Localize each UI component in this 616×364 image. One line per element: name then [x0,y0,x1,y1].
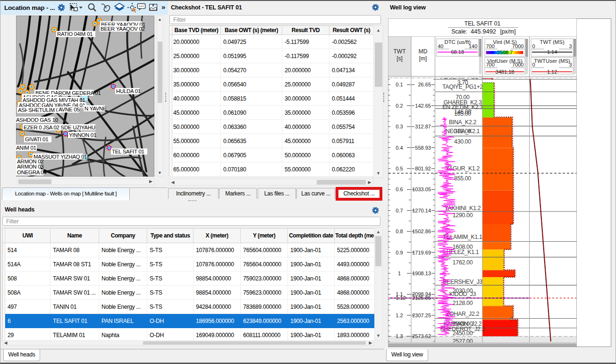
svg-text:3508.7: 3508.7 [497,50,513,55]
svg-text:1290.00: 1290.00 [453,212,473,219]
svg-text:26.65: 26.65 [418,82,431,87]
svg-text:1.14: 1.14 [547,49,557,55]
svg-text:3481.18: 3481.18 [496,69,515,75]
svg-text:700: 700 [486,62,495,68]
svg-text:2450.00: 2450.00 [453,330,473,337]
svg-text:Scale:: Scale: [451,28,467,35]
svg-text:1.12: 1.12 [547,69,557,75]
svg-text:1.2: 1.2 [396,313,403,318]
svg-text:YINNON 01: YINNON 01 [69,132,96,138]
svg-text:1.12: 1.12 [396,295,405,301]
svg-text:1502.86: 1502.86 [412,229,431,234]
svg-text:0: 0 [532,43,535,49]
svg-text:[m]: [m] [419,55,427,62]
svg-text:EZER 01: EZER 01 [24,125,45,130]
svg-text:AVNE 05: AVNE 05 [59,107,79,112]
svg-text:7000: 7000 [512,62,523,68]
svg-text:855.00: 855.00 [454,175,471,182]
svg-text:TEL SAFIT 01: TEL SAFIT 01 [112,149,144,154]
svg-text:BINA_K2.2: BINA_K2.2 [449,119,477,126]
svg-text:40: 40 [438,43,443,49]
svg-text:N YAVNE: N YAVNE [84,106,107,111]
svg-text:TWT: TWT [394,48,406,55]
svg-text:1033.05: 1033.05 [412,186,431,192]
svg-text:801.92: 801.92 [415,166,431,171]
svg-text:TWTUser (MS): TWTUser (MS) [534,58,570,64]
svg-text:0.6: 0.6 [396,186,403,192]
svg-text:TAQIYE_PG1+2: TAQIYE_PG1+2 [442,84,483,90]
svg-text:2125.85: 2125.85 [412,295,431,301]
svg-text:165.00: 165.00 [454,110,471,117]
svg-text:[px/m]: [px/m] [500,28,515,35]
svg-text:0.2: 0.2 [396,103,403,109]
svg-text:0.4: 0.4 [396,145,403,151]
svg-text:68.18: 68.18 [451,49,464,55]
svg-text:3: 3 [569,43,572,49]
svg-text:DTC (us/ft): DTC (us/ft) [444,39,471,45]
svg-text:1270.14: 1270.14 [412,208,431,213]
svg-text:TWT (MS): TWT (MS) [540,39,565,45]
svg-text:MD: MD [419,48,428,55]
svg-text:2128.00: 2128.00 [453,300,473,306]
svg-text:700: 700 [486,43,495,49]
svg-text:ONEGRA 04: ONEGRA 04 [17,169,47,175]
svg-text:0.5: 0.5 [396,166,403,171]
svg-text:YAGUR_K1.2: YAGUR_K1.2 [446,165,480,172]
svg-text:ASHDOD GAS 10: ASHDOD GAS 10 [16,117,58,123]
svg-text:KIDOD_J3: KIDOD_J3 [449,291,476,297]
svg-text:HELEZ_K1.1: HELEZ_K1.1 [447,249,479,255]
svg-text:0: 0 [532,62,535,68]
svg-text:312.87: 312.87 [415,124,431,129]
svg-text:RATIO 04IM 01: RATIO 04IM 01 [57,31,93,37]
svg-text:3: 3 [569,62,572,68]
svg-text:0.1: 0.1 [396,82,403,87]
svg-text:2573.62: 2573.62 [412,333,431,339]
svg-text:1908.13: 1908.13 [412,271,431,276]
svg-text:JSA 02 SDE UZIYAHU: JSA 02 SDE UZIYAHU [43,125,95,130]
svg-text:SHETULIM 01: SHETULIM 01 [28,107,62,113]
svg-text:[s]: [s] [397,55,403,62]
svg-text:TEL SAFIT 01: TEL SAFIT 01 [464,20,501,27]
svg-text:ARMON 03: ARMON 03 [17,164,43,169]
svg-text:1: 1 [398,271,401,276]
svg-text:558.93: 558.93 [415,145,431,151]
svg-text:1762.00: 1762.00 [453,259,473,266]
svg-text:0.9: 0.9 [396,250,403,255]
svg-text:142.65: 142.65 [415,103,431,109]
svg-text:NEGBA_K2.1: NEGBA_K2.1 [446,128,480,135]
svg-text:2307.25: 2307.25 [412,313,431,318]
svg-text:0.8: 0.8 [396,229,403,234]
svg-text:0.3: 0.3 [396,124,403,129]
svg-text:2527.00: 2527.00 [453,338,473,343]
svg-text:1.3: 1.3 [396,333,403,339]
svg-text:BEER YAAQOV 02: BEER YAAQOV 02 [101,26,145,32]
svg-text:140: 140 [469,43,477,49]
svg-text:445.9492: 445.9492 [471,28,496,35]
svg-text:0.7: 0.7 [396,208,403,213]
svg-text:HULDA 01: HULDA 01 [116,88,141,94]
svg-text:1719.69: 1719.69 [412,250,431,255]
svg-text:GIVATI 01: GIVATI 01 [25,136,48,142]
svg-text:ANIM 01: ANIM 01 [16,145,36,151]
svg-text:430.00: 430.00 [454,138,471,145]
svg-text:7000: 7000 [512,43,523,49]
